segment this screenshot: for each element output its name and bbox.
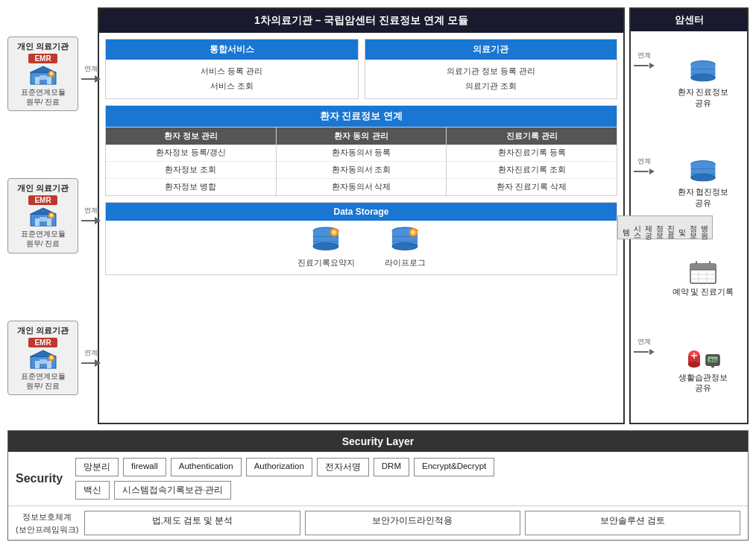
emr-badge: EMR: [28, 195, 57, 205]
security-items: 망분리 firewall Authentication Authorizatio…: [75, 458, 740, 500]
storage-item-1: ⚙ 진료기록요약지: [297, 227, 355, 268]
patient-col-2-items: 환자동의서 등록 환자동의서 조회 환자동의서 삭제: [277, 145, 447, 195]
medical-org-header: 의료기관: [365, 40, 617, 60]
right-item-db-2: 환자 협진정보공유: [662, 160, 744, 208]
p2-item-1: 환자동의서 등록: [277, 145, 447, 162]
ip-item-3: 보안솔루션 검토: [525, 511, 740, 535]
svg-rect-12: [40, 217, 47, 221]
svg-text:⚙: ⚙: [412, 230, 416, 235]
top-row: 개인 의료기관EMR ⚙ 표준연계모듈 원무/ 진료연계개인 의료기관EMR ⚙…: [7, 7, 749, 424]
storage-header: Data Storage: [106, 203, 617, 221]
link-label: 연계: [84, 348, 98, 358]
medicine-icon: [686, 350, 702, 371]
medical-org-block: 의료기관 의료기관 정보 등록 관리 의료기관 조회: [365, 39, 618, 99]
storage-body: ⚙ 진료기록요약지: [106, 221, 617, 274]
top-services-row: 통합서비스 서비스 등록 관리 서비스 조회 의료기관 의료기관 정보 등록 관…: [105, 39, 617, 99]
cancer-item-label-3: 예약 및 진료기록: [672, 286, 734, 297]
patient-col-1-header: 환자 정보 관리: [106, 127, 276, 145]
patient-col-3-header: 진료기록 관리: [447, 127, 617, 145]
patient-col-2-header: 환자 동의 관리: [277, 127, 447, 145]
storage-item-2: ⚙ 라이프로그: [385, 227, 426, 268]
building-icon: ⚙: [29, 207, 57, 227]
main-wrapper: 개인 의료기관EMR ⚙ 표준연계모듈 원무/ 진료연계개인 의료기관EMR ⚙…: [0, 0, 756, 548]
cancer-connector-col: 연계 연계 연계 병원 정보 및 진료 정보 제공 시스 템: [631, 31, 659, 423]
cancer-right-inner: 연계 연계 연계 병원 정보 및 진료 정보 제공 시스 템: [629, 31, 749, 424]
right-item-db-1: 환자 진료정보공유: [662, 60, 744, 108]
cancer-item-label-1: 환자 진료정보공유: [678, 86, 729, 108]
svg-text:⚙: ⚙: [333, 230, 337, 235]
svg-text:BGL: BGL: [709, 357, 718, 362]
clinic-box-0: 개인 의료기관EMR ⚙ 표준연계모듈 원무/ 진료: [7, 37, 78, 112]
clinic-sub: 표준연계모듈 원무/ 진료: [21, 87, 66, 107]
svg-point-42: [691, 75, 716, 81]
emr-badge: EMR: [28, 338, 57, 347]
sec-item-5: 전자서명: [317, 458, 369, 476]
connector-h-arrow: 연계: [631, 157, 658, 176]
p3-item-2: 환자진료기록 조회: [447, 162, 617, 179]
integrated-service-body: 서비스 등록 관리 서비스 조회: [106, 60, 358, 98]
svg-point-26: [313, 242, 338, 250]
svg-rect-2: [35, 77, 40, 84]
clinic-title: 개인 의료기관: [17, 325, 69, 336]
p1-item-1: 환자정보 등록/갱신: [106, 145, 276, 162]
sec-item-3: Authentication: [171, 458, 242, 476]
clinic-box-2: 개인 의료기관EMR ⚙ 표준연계모듈 원무/ 진료: [7, 321, 78, 396]
db-icon-2: ⚙: [388, 227, 421, 255]
link-label: 연계: [84, 206, 98, 215]
center-module: 1차의료기관 – 국립암센터 진료정보 연계 모듈 통합서비스 서비스 등록 관…: [98, 7, 625, 424]
security-label: Security: [16, 458, 68, 500]
patient-grid: 환자 정보 관리 환자정보 등록/갱신 환자정보 조회 환자정보 병합 환자 동…: [106, 127, 617, 195]
p1-item-2: 환자정보 조회: [106, 162, 276, 179]
arrow-right-icon: [81, 359, 101, 368]
right-cancer: 암센터 연계 연계 연계 병원 정보 및 진료 정보 제공 시스 템: [629, 7, 749, 424]
sec-item-2: firewall: [123, 458, 166, 476]
svg-rect-20: [40, 359, 47, 364]
patient-col-3-items: 환자진료기록 등록 환자진료기록 조회 환자 진료기록 삭제: [447, 145, 617, 195]
storage-label-1: 진료기록요약지: [297, 258, 355, 268]
service-item-2: 서비스 조회: [112, 79, 352, 94]
security-row-2: 백신 시스템접속기록보관·관리: [75, 481, 740, 500]
arrow-right-icon: [81, 75, 101, 84]
sec-item-4: Authorization: [246, 458, 312, 476]
sec-item-7: Encrypt&Decrypt: [414, 458, 494, 476]
clinic-title: 개인 의료기관: [17, 41, 69, 52]
connector-h-arrow: 연계: [631, 337, 658, 356]
svg-point-61: [688, 362, 700, 368]
clinic-row-2: 개인 의료기관EMR ⚙ 표준연계모듈 원무/ 진료연계: [7, 321, 93, 396]
sec-item-6: DRM: [374, 458, 409, 476]
svg-rect-51: [690, 264, 716, 270]
clinic-sub: 표준연계모듈 원무/ 진료: [21, 371, 66, 391]
db-icon-cancer-2: [688, 160, 718, 185]
cancer-center-title: 암센터: [629, 7, 749, 31]
link-label: 연계: [84, 64, 98, 74]
p2-item-2: 환자동의서 조회: [277, 162, 447, 179]
service-item-1: 서비스 등록 관리: [112, 64, 352, 79]
svg-rect-11: [47, 218, 51, 226]
ip-label: 정보보호체계(보안프레임워크): [16, 511, 78, 535]
ip-items: 법,제도 검토 및 분석 보안가이드라인적용 보안솔루션 검토: [84, 511, 740, 535]
p3-item-1: 환자진료기록 등록: [447, 145, 617, 162]
clinic-row-1: 개인 의료기관EMR ⚙ 표준연계모듈 원무/ 진료연계: [7, 178, 93, 253]
left-clinics: 개인 의료기관EMR ⚙ 표준연계모듈 원무/ 진료연계개인 의료기관EMR ⚙…: [7, 7, 93, 424]
right-item-calendar: 예약 및 진료기록: [662, 261, 744, 297]
svg-rect-67: [711, 365, 714, 368]
cancer-item-label-4: 생활습관정보공유: [678, 372, 728, 394]
patient-col-3: 진료기록 관리 환자진료기록 등록 환자진료기록 조회 환자 진료기록 삭제: [447, 127, 617, 195]
integrated-service-block: 통합서비스 서비스 등록 관리 서비스 조회: [105, 39, 359, 99]
security-content: Security 망분리 firewall Authentication Aut…: [8, 452, 748, 506]
svg-rect-4: [40, 75, 47, 80]
calendar-icon: [689, 261, 717, 285]
integrated-service-header: 통합서비스: [106, 40, 358, 60]
p2-item-3: 환자동의서 삭제: [277, 179, 447, 195]
emr-badge: EMR: [28, 54, 57, 63]
medical-org-item-1: 의료기관 정보 등록 관리: [371, 64, 611, 79]
patient-col-2: 환자 동의 관리 환자동의서 등록 환자동의서 조회 환자동의서 삭제: [277, 127, 447, 195]
security-row-1: 망분리 firewall Authentication Authorizatio…: [75, 458, 740, 476]
info-protection-row: 정보보호체계(보안프레임워크) 법,제도 검토 및 분석 보안가이드라인적용 보…: [8, 506, 748, 540]
patient-section: 환자 진료정보 연계 환자 정보 관리 환자정보 등록/갱신 환자정보 조회 환…: [105, 105, 617, 196]
medical-org-item-2: 의료기관 조회: [371, 79, 611, 94]
arrow-right-icon: [81, 216, 101, 225]
svg-point-34: [392, 242, 418, 250]
building-icon: ⚙: [29, 349, 57, 370]
svg-rect-10: [35, 218, 40, 226]
